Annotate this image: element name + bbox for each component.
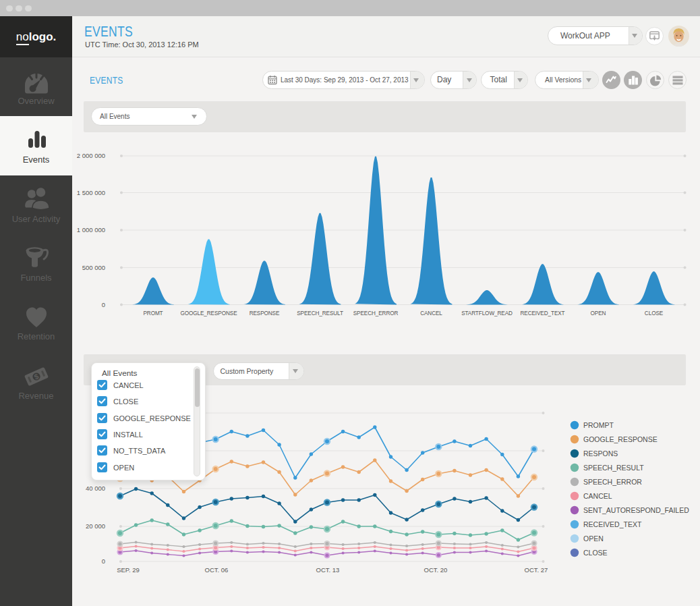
svg-text:CANCEL: CANCEL [420,310,442,316]
svg-text:OPEN: OPEN [591,310,606,316]
svg-text:GOOGLE_RESPONSE: GOOGLE_RESPONSE [180,310,237,316]
svg-text:SPEECH_ERROR: SPEECH_ERROR [583,478,642,486]
svg-text:RECEIVED_TEXT: RECEIVED_TEXT [520,310,564,316]
svg-text:SEP. 29: SEP. 29 [117,566,140,574]
svg-text:RECEIVED_TEXT: RECEIVED_TEXT [583,520,642,528]
svg-text:OCT. 06: OCT. 06 [205,566,229,574]
svg-text:CLOSE: CLOSE [645,310,664,316]
svg-text:OCT. 20: OCT. 20 [424,566,448,574]
svg-text:0: 0 [102,557,105,565]
svg-text:OCT. 13: OCT. 13 [316,566,340,574]
svg-text:500 000: 500 000 [82,264,105,271]
svg-text:SENT_AUTORESPOND_FAILED: SENT_AUTORESPOND_FAILED [583,506,689,514]
svg-text:OCT. 27: OCT. 27 [525,566,548,574]
svg-text:SPEECH_RESULT: SPEECH_RESULT [297,310,343,316]
svg-text:RESPONSE: RESPONSE [250,310,280,316]
svg-text:PROMPT: PROMPT [583,421,614,429]
svg-text:0: 0 [102,301,105,308]
svg-text:CLOSE: CLOSE [583,549,608,557]
svg-text:SPEECH_RESULT: SPEECH_RESULT [583,464,644,472]
svg-text:CANCEL: CANCEL [583,492,612,500]
svg-text:SPEECH_ERROR: SPEECH_ERROR [353,310,399,316]
svg-text:PROMT: PROMT [143,310,163,316]
svg-text:1 000 000: 1 000 000 [77,226,105,233]
svg-text:RESPONS: RESPONS [583,449,618,458]
svg-text:GOOGLE_RESPONSE: GOOGLE_RESPONSE [583,435,658,443]
svg-text:OPEN: OPEN [583,534,604,543]
svg-text:1 500 000: 1 500 000 [77,189,105,196]
svg-text:40 000: 40 000 [86,485,105,492]
svg-text:20 000: 20 000 [86,522,105,530]
svg-text:2 000 000: 2 000 000 [77,152,105,159]
svg-text:STARTFLOW_READ: STARTFLOW_READ [461,310,513,316]
